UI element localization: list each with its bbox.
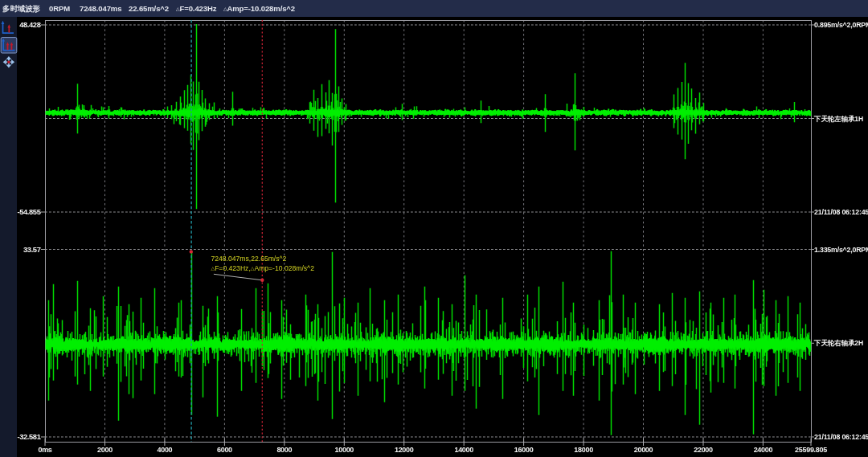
svg-text:下天轮右轴承2H: 下天轮右轴承2H — [813, 339, 863, 347]
svg-text:2000: 2000 — [97, 446, 113, 454]
svg-text:6000: 6000 — [217, 446, 232, 454]
svg-text:33.57: 33.57 — [23, 245, 41, 254]
svg-text:7248.047ms,22.65m/s^2: 7248.047ms,22.65m/s^2 — [211, 255, 287, 263]
svg-text:-32.581: -32.581 — [18, 432, 41, 441]
svg-text:10000: 10000 — [335, 446, 354, 454]
svg-text:8000: 8000 — [276, 446, 292, 454]
svg-text:1.335m/s^2,0RPM: 1.335m/s^2,0RPM — [814, 246, 868, 254]
svg-text:△F=0.423Hz,△Amp=-10.028m/s^2: △F=0.423Hz,△Amp=-10.028m/s^2 — [211, 264, 315, 272]
svg-text:-54.855: -54.855 — [18, 207, 41, 216]
svg-text:下天轮左轴承1H: 下天轮左轴承1H — [813, 115, 863, 123]
svg-text:21/11/08 06:12:45: 21/11/08 06:12:45 — [814, 208, 868, 216]
svg-text:22000: 22000 — [694, 446, 713, 454]
svg-text:0ms: 0ms — [38, 446, 51, 454]
svg-text:12000: 12000 — [395, 446, 414, 454]
svg-text:20000: 20000 — [634, 446, 653, 454]
svg-text:21/11/08 06:12:45: 21/11/08 06:12:45 — [814, 433, 868, 441]
svg-text:18000: 18000 — [574, 446, 593, 454]
svg-text:4000: 4000 — [157, 446, 172, 454]
svg-text:14000: 14000 — [454, 446, 473, 454]
svg-text:0.895m/s^2,0RPM: 0.895m/s^2,0RPM — [814, 21, 868, 29]
svg-text:48.428: 48.428 — [19, 20, 40, 29]
svg-text:25599.805: 25599.805 — [795, 446, 827, 454]
svg-text:24000: 24000 — [754, 446, 773, 454]
svg-text:16000: 16000 — [514, 446, 534, 454]
